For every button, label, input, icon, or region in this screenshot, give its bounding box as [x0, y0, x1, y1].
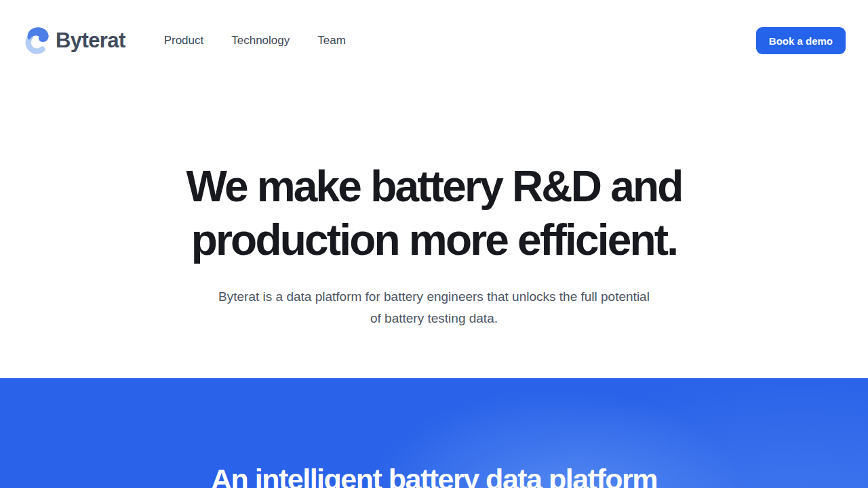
hero-heading-line-2: production more efficient. [0, 214, 868, 267]
brand-name: Byterat [56, 28, 125, 53]
hero-heading-line-1: We make battery R&D and [0, 160, 868, 214]
book-demo-button[interactable]: Book a demo [756, 27, 846, 54]
page-main: We make battery R&D and production more … [0, 81, 868, 488]
nav-item-team[interactable]: Team [317, 34, 346, 47]
hero-heading: We make battery R&D and production more … [0, 160, 868, 267]
platform-section: An intelligent battery data platform [0, 378, 868, 488]
platform-heading: An intelligent battery data platform [0, 462, 868, 488]
byterat-swirl-icon [22, 25, 51, 56]
hero-section: We make battery R&D and production more … [0, 81, 868, 378]
main-nav: Product Technology Team [164, 34, 346, 47]
nav-item-technology[interactable]: Technology [231, 34, 290, 47]
site-header: Byterat Product Technology Team Book a d… [0, 0, 868, 81]
nav-item-product[interactable]: Product [164, 34, 204, 47]
brand-logo[interactable]: Byterat [22, 25, 125, 56]
hero-subtitle: Byterat is a data platform for battery e… [217, 286, 651, 329]
